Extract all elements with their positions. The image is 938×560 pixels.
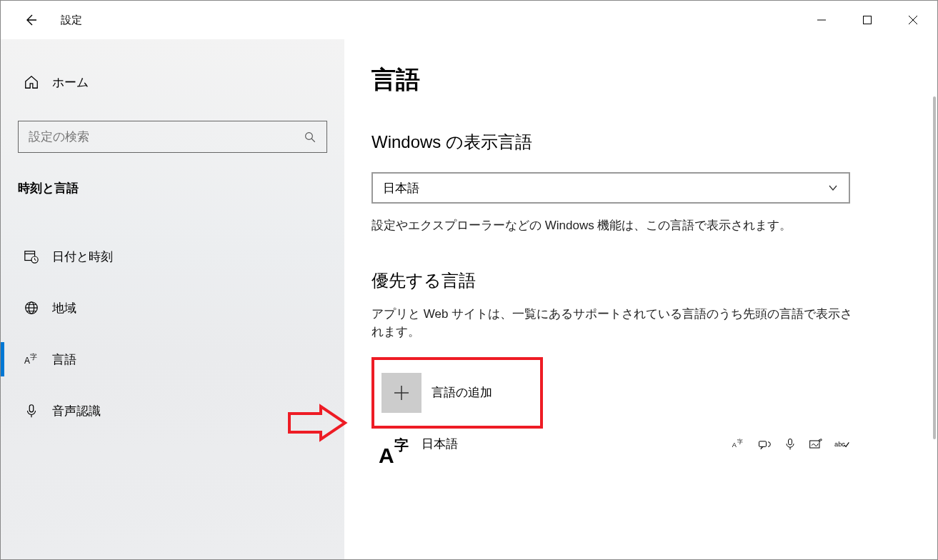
maximize-button[interactable] <box>844 4 890 36</box>
sidebar-item-datetime[interactable]: 日付と時刻 <box>1 231 344 282</box>
spellcheck-icon: abc <box>834 437 850 451</box>
sidebar-item-label: 音声認識 <box>52 403 101 419</box>
svg-text:A: A <box>24 356 30 366</box>
display-language-select[interactable]: 日本語 <box>371 172 850 204</box>
sidebar-item-language[interactable]: A字 言語 <box>1 334 344 385</box>
language-item[interactable]: A字 日本語 A字 abc <box>371 436 850 467</box>
microphone-icon <box>24 403 39 419</box>
chevron-down-icon <box>827 182 839 194</box>
calendar-clock-icon <box>24 249 39 264</box>
language-glyph-icon: A字 <box>379 436 411 467</box>
svg-text:A: A <box>732 441 737 449</box>
language-icon: A字 <box>24 351 39 367</box>
home-nav[interactable]: ホーム <box>1 66 344 98</box>
search-icon <box>304 131 316 144</box>
sidebar-item-label: 日付と時刻 <box>52 249 113 265</box>
svg-rect-1 <box>864 16 872 24</box>
language-name: 日本語 <box>421 436 458 452</box>
arrow-left-icon <box>24 13 38 27</box>
titlebar: 設定 <box>1 1 937 39</box>
display-language-description: 設定やエクスプローラーなどの Windows 機能は、この言語で表示されます。 <box>371 216 857 235</box>
display-language-value: 日本語 <box>383 180 419 196</box>
display-language-icon: A字 <box>732 437 746 451</box>
sidebar: ホーム 時刻と言語 日付と時刻 地域 <box>1 39 344 559</box>
svg-rect-26 <box>759 441 767 446</box>
preferred-languages-description: アプリと Web サイトは、一覧にあるサポートされている言語のうち先頭の言語で表… <box>371 305 857 341</box>
minimize-icon <box>817 15 827 25</box>
minimize-button[interactable] <box>799 4 844 36</box>
sidebar-item-speech[interactable]: 音声認識 <box>1 385 344 436</box>
scrollbar[interactable] <box>933 96 936 439</box>
page-title: 言語 <box>371 64 920 96</box>
svg-text:字: 字 <box>737 439 743 445</box>
maximize-icon <box>862 15 872 25</box>
home-icon <box>24 74 39 90</box>
display-language-heading: Windows の表示言語 <box>371 131 920 154</box>
svg-text:字: 字 <box>394 437 409 453</box>
svg-point-4 <box>306 132 313 139</box>
globe-icon <box>24 300 39 316</box>
content-area: 言語 Windows の表示言語 日本語 設定やエクスプローラーなどの Wind… <box>344 39 937 559</box>
plus-icon <box>381 373 421 413</box>
svg-rect-18 <box>29 405 34 412</box>
sidebar-item-label: 言語 <box>52 351 76 368</box>
speech-icon <box>783 437 797 451</box>
svg-text:A: A <box>379 444 394 467</box>
window-controls <box>799 4 937 36</box>
svg-text:字: 字 <box>30 353 37 361</box>
svg-rect-27 <box>789 439 792 444</box>
category-title: 時刻と言語 <box>18 180 344 196</box>
add-language-button[interactable]: 言語の追加 <box>371 357 543 429</box>
app-title: 設定 <box>61 14 82 27</box>
preferred-languages-heading: 優先する言語 <box>371 269 920 292</box>
svg-text:abc: abc <box>834 441 845 448</box>
sidebar-item-label: 地域 <box>52 300 76 316</box>
sidebar-item-region[interactable]: 地域 <box>1 282 344 334</box>
search-input[interactable] <box>18 121 327 153</box>
handwriting-icon <box>809 437 823 451</box>
svg-line-5 <box>311 139 315 142</box>
tts-icon <box>757 437 772 451</box>
language-feature-icons: A字 abc <box>732 436 850 451</box>
close-icon <box>908 15 918 25</box>
back-button[interactable] <box>21 10 41 30</box>
home-label: ホーム <box>52 74 89 91</box>
search-field[interactable] <box>29 130 274 144</box>
close-button[interactable] <box>890 4 936 36</box>
add-language-label: 言語の追加 <box>431 384 492 401</box>
